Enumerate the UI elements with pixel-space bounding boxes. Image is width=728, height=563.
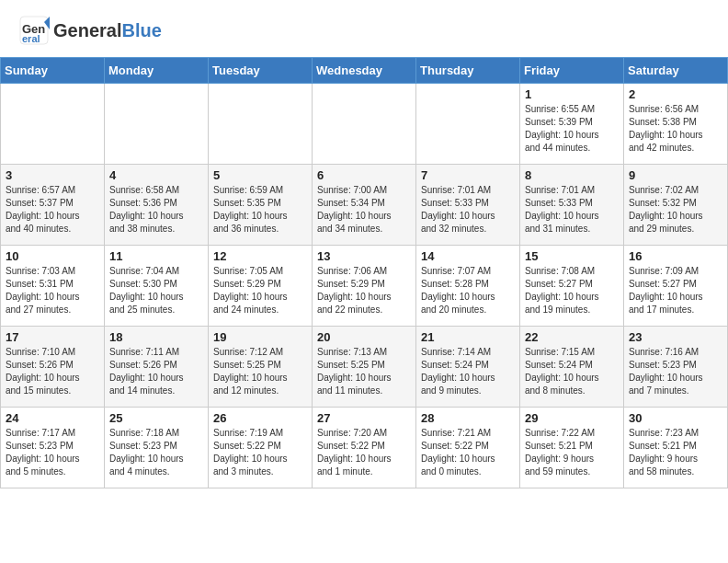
day-info: Sunrise: 7:00 AM Sunset: 5:34 PM Dayligh… [317, 184, 411, 236]
calendar-table: SundayMondayTuesdayWednesdayThursdayFrid… [0, 57, 728, 488]
calendar-cell: 21Sunrise: 7:14 AM Sunset: 5:24 PM Dayli… [416, 327, 520, 408]
calendar-cell [1, 84, 105, 165]
day-info: Sunrise: 7:18 AM Sunset: 5:23 PM Dayligh… [109, 427, 203, 478]
day-number: 5 [213, 168, 307, 182]
calendar-cell: 12Sunrise: 7:05 AM Sunset: 5:29 PM Dayli… [209, 246, 313, 327]
calendar-cell: 9Sunrise: 7:02 AM Sunset: 5:32 PM Daylig… [624, 165, 728, 246]
day-number: 2 [629, 87, 722, 101]
calendar-cell: 3Sunrise: 6:57 AM Sunset: 5:37 PM Daylig… [1, 165, 105, 246]
day-info: Sunrise: 7:01 AM Sunset: 5:33 PM Dayligh… [421, 184, 515, 236]
calendar-cell: 25Sunrise: 7:18 AM Sunset: 5:23 PM Dayli… [105, 408, 209, 488]
day-number: 14 [421, 249, 515, 263]
day-info: Sunrise: 7:16 AM Sunset: 5:23 PM Dayligh… [629, 346, 722, 397]
day-number: 20 [317, 330, 411, 344]
column-header-monday: Monday [105, 58, 209, 84]
calendar-cell: 14Sunrise: 7:07 AM Sunset: 5:28 PM Dayli… [416, 246, 520, 327]
calendar-cell: 15Sunrise: 7:08 AM Sunset: 5:27 PM Dayli… [520, 246, 624, 327]
calendar-cell: 2Sunrise: 6:56 AM Sunset: 5:38 PM Daylig… [624, 84, 728, 165]
calendar-header-row: SundayMondayTuesdayWednesdayThursdayFrid… [1, 58, 728, 84]
calendar-cell: 16Sunrise: 7:09 AM Sunset: 5:27 PM Dayli… [624, 246, 728, 327]
day-info: Sunrise: 7:19 AM Sunset: 5:22 PM Dayligh… [213, 427, 307, 478]
day-number: 10 [6, 249, 99, 263]
calendar-cell: 30Sunrise: 7:23 AM Sunset: 5:21 PM Dayli… [624, 408, 728, 488]
calendar-cell: 24Sunrise: 7:17 AM Sunset: 5:23 PM Dayli… [1, 408, 105, 488]
day-info: Sunrise: 7:13 AM Sunset: 5:25 PM Dayligh… [317, 346, 411, 397]
logo-icon: Gen eral [18, 15, 50, 46]
calendar-cell: 10Sunrise: 7:03 AM Sunset: 5:31 PM Dayli… [1, 246, 105, 327]
day-number: 13 [317, 249, 411, 263]
day-info: Sunrise: 7:22 AM Sunset: 5:21 PM Dayligh… [525, 427, 619, 478]
day-number: 15 [525, 249, 619, 263]
calendar-cell: 1Sunrise: 6:55 AM Sunset: 5:39 PM Daylig… [520, 84, 624, 165]
day-info: Sunrise: 7:08 AM Sunset: 5:27 PM Dayligh… [525, 265, 619, 316]
day-info: Sunrise: 7:10 AM Sunset: 5:26 PM Dayligh… [6, 346, 99, 397]
calendar-cell [209, 84, 313, 165]
day-info: Sunrise: 7:17 AM Sunset: 5:23 PM Dayligh… [6, 427, 99, 478]
calendar-week-5: 24Sunrise: 7:17 AM Sunset: 5:23 PM Dayli… [1, 408, 728, 488]
calendar-cell: 4Sunrise: 6:58 AM Sunset: 5:36 PM Daylig… [105, 165, 209, 246]
calendar-cell: 27Sunrise: 7:20 AM Sunset: 5:22 PM Dayli… [313, 408, 416, 488]
day-info: Sunrise: 7:05 AM Sunset: 5:29 PM Dayligh… [213, 265, 307, 316]
day-number: 9 [629, 168, 722, 182]
column-header-saturday: Saturday [624, 58, 728, 84]
day-number: 30 [629, 411, 722, 425]
day-info: Sunrise: 7:20 AM Sunset: 5:22 PM Dayligh… [317, 427, 411, 478]
day-number: 25 [109, 411, 203, 425]
day-info: Sunrise: 6:58 AM Sunset: 5:36 PM Dayligh… [109, 184, 203, 236]
day-number: 27 [317, 411, 411, 425]
day-number: 18 [109, 330, 203, 344]
calendar-cell: 29Sunrise: 7:22 AM Sunset: 5:21 PM Dayli… [520, 408, 624, 488]
svg-text:eral: eral [22, 33, 40, 44]
calendar-cell: 19Sunrise: 7:12 AM Sunset: 5:25 PM Dayli… [209, 327, 313, 408]
day-info: Sunrise: 7:14 AM Sunset: 5:24 PM Dayligh… [421, 346, 515, 397]
calendar-cell [416, 84, 520, 165]
calendar-cell: 26Sunrise: 7:19 AM Sunset: 5:22 PM Dayli… [209, 408, 313, 488]
calendar-cell: 28Sunrise: 7:21 AM Sunset: 5:22 PM Dayli… [416, 408, 520, 488]
column-header-tuesday: Tuesday [209, 58, 313, 84]
day-number: 22 [525, 330, 619, 344]
day-number: 6 [317, 168, 411, 182]
calendar-week-3: 10Sunrise: 7:03 AM Sunset: 5:31 PM Dayli… [1, 246, 728, 327]
day-number: 8 [525, 168, 619, 182]
day-number: 1 [525, 87, 619, 101]
day-number: 12 [213, 249, 307, 263]
day-number: 28 [421, 411, 515, 425]
day-info: Sunrise: 7:11 AM Sunset: 5:26 PM Dayligh… [109, 346, 203, 397]
calendar-cell: 8Sunrise: 7:01 AM Sunset: 5:33 PM Daylig… [520, 165, 624, 246]
day-number: 23 [629, 330, 722, 344]
day-number: 29 [525, 411, 619, 425]
day-info: Sunrise: 7:15 AM Sunset: 5:24 PM Dayligh… [525, 346, 619, 397]
day-info: Sunrise: 7:12 AM Sunset: 5:25 PM Dayligh… [213, 346, 307, 397]
day-info: Sunrise: 7:01 AM Sunset: 5:33 PM Dayligh… [525, 184, 619, 236]
day-info: Sunrise: 6:56 AM Sunset: 5:38 PM Dayligh… [629, 103, 722, 155]
day-info: Sunrise: 6:59 AM Sunset: 5:35 PM Dayligh… [213, 184, 307, 236]
calendar-cell: 11Sunrise: 7:04 AM Sunset: 5:30 PM Dayli… [105, 246, 209, 327]
day-info: Sunrise: 7:23 AM Sunset: 5:21 PM Dayligh… [629, 427, 722, 478]
day-info: Sunrise: 7:04 AM Sunset: 5:30 PM Dayligh… [109, 265, 203, 316]
day-info: Sunrise: 7:03 AM Sunset: 5:31 PM Dayligh… [6, 265, 99, 316]
column-header-sunday: Sunday [1, 58, 105, 84]
day-info: Sunrise: 7:06 AM Sunset: 5:29 PM Dayligh… [317, 265, 411, 316]
page-header: Gen eral GeneralBlue [0, 0, 728, 50]
day-number: 17 [6, 330, 99, 344]
day-info: Sunrise: 7:02 AM Sunset: 5:32 PM Dayligh… [629, 184, 722, 236]
calendar-cell: 13Sunrise: 7:06 AM Sunset: 5:29 PM Dayli… [313, 246, 416, 327]
day-number: 11 [109, 249, 203, 263]
day-info: Sunrise: 7:09 AM Sunset: 5:27 PM Dayligh… [629, 265, 722, 316]
day-number: 24 [6, 411, 99, 425]
calendar-cell [313, 84, 416, 165]
day-number: 4 [109, 168, 203, 182]
logo-text: GeneralBlue [53, 20, 162, 40]
day-number: 16 [629, 249, 722, 263]
calendar-cell: 6Sunrise: 7:00 AM Sunset: 5:34 PM Daylig… [313, 165, 416, 246]
calendar-week-4: 17Sunrise: 7:10 AM Sunset: 5:26 PM Dayli… [1, 327, 728, 408]
day-info: Sunrise: 7:07 AM Sunset: 5:28 PM Dayligh… [421, 265, 515, 316]
day-info: Sunrise: 7:21 AM Sunset: 5:22 PM Dayligh… [421, 427, 515, 478]
calendar-cell: 5Sunrise: 6:59 AM Sunset: 5:35 PM Daylig… [209, 165, 313, 246]
calendar-cell: 17Sunrise: 7:10 AM Sunset: 5:26 PM Dayli… [1, 327, 105, 408]
calendar-cell [105, 84, 209, 165]
day-info: Sunrise: 6:55 AM Sunset: 5:39 PM Dayligh… [525, 103, 619, 155]
column-header-wednesday: Wednesday [313, 58, 416, 84]
calendar-cell: 18Sunrise: 7:11 AM Sunset: 5:26 PM Dayli… [105, 327, 209, 408]
calendar-cell: 22Sunrise: 7:15 AM Sunset: 5:24 PM Dayli… [520, 327, 624, 408]
